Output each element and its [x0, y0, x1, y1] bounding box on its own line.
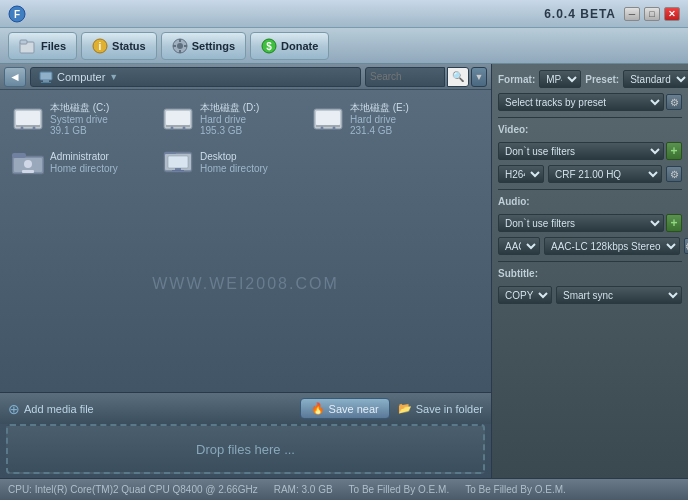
- svg-rect-15: [43, 80, 49, 82]
- audio-filter-row: Don`t use filters +: [498, 214, 682, 232]
- nav-dropdown-indicator: ▼: [109, 72, 118, 82]
- list-item[interactable]: 本地磁盘 (C:) System drive 39.1 GB: [8, 98, 138, 140]
- nav-path: Computer ▼: [30, 67, 361, 87]
- right-panel: Format: MP4 Preset: Standard ⚙ Select tr…: [492, 64, 688, 478]
- file-browser: 本地磁盘 (C:) System drive 39.1 GB: [0, 90, 491, 392]
- svg-text:i: i: [99, 41, 102, 52]
- oem1-status: To Be Filled By O.E.M.: [349, 484, 450, 495]
- divider-2: [498, 189, 682, 190]
- list-item[interactable]: 本地磁盘 (E:) Hard drive 231.4 GB: [308, 98, 438, 140]
- svg-rect-23: [166, 111, 190, 125]
- settings-button[interactable]: Settings: [161, 32, 246, 60]
- svg-rect-9: [179, 50, 181, 53]
- toolbar: Files i Status Settings $ Donate: [0, 28, 688, 64]
- donate-button[interactable]: $ Donate: [250, 32, 329, 60]
- desktop-label: Desktop Home directory: [200, 151, 268, 174]
- settings-label: Settings: [192, 40, 235, 52]
- format-select[interactable]: MP4: [539, 70, 581, 88]
- preset-track-gear-button[interactable]: ⚙: [666, 94, 682, 110]
- save-near-icon: 🔥: [311, 402, 325, 415]
- left-panel: ◄ Computer ▼ 🔍 ▼: [0, 64, 492, 478]
- save-folder-icon: 📂: [398, 402, 412, 415]
- view-options-button[interactable]: ▼: [471, 67, 487, 87]
- svg-point-35: [24, 160, 32, 168]
- nav-back-button[interactable]: ◄: [4, 67, 26, 87]
- status-icon: i: [92, 38, 108, 54]
- minimize-button[interactable]: ─: [624, 7, 640, 21]
- svg-rect-24: [166, 125, 190, 127]
- svg-point-30: [321, 127, 324, 130]
- save-near-button[interactable]: 🔥 Save near: [300, 398, 390, 419]
- drop-zone[interactable]: Drop files here ...: [6, 424, 485, 474]
- add-media-icon: ⊕: [8, 401, 20, 417]
- status-button[interactable]: i Status: [81, 32, 157, 60]
- svg-rect-29: [316, 125, 340, 127]
- video-codec-gear-button[interactable]: ⚙: [666, 166, 682, 182]
- status-bar: CPU: Intel(R) Core(TM)2 Quad CPU Q8400 @…: [0, 478, 688, 500]
- add-media-button[interactable]: ⊕ Add media file: [8, 401, 94, 417]
- svg-rect-40: [168, 156, 188, 168]
- video-quality-select[interactable]: CRF 21.00 HQ: [548, 165, 662, 183]
- list-item[interactable]: 本地磁盘 (D:) Hard drive 195.3 GB: [158, 98, 288, 140]
- svg-rect-33: [12, 153, 26, 158]
- svg-rect-28: [316, 111, 340, 125]
- audio-filter-select[interactable]: Don`t use filters: [498, 214, 664, 232]
- video-filter-row: Don`t use filters +: [498, 142, 682, 160]
- search-button[interactable]: 🔍: [447, 67, 469, 87]
- svg-rect-16: [41, 82, 51, 83]
- svg-rect-18: [16, 111, 40, 125]
- drive-d-icon: [162, 105, 194, 133]
- list-item[interactable]: Desktop Home directory: [158, 144, 288, 180]
- divider-1: [498, 117, 682, 118]
- save-near-label: Save near: [329, 403, 379, 415]
- left-bottom-bar: ⊕ Add media file 🔥 Save near 📂 Save in f…: [0, 392, 491, 424]
- audio-section-header: Audio:: [498, 196, 682, 207]
- drive-e-label: 本地磁盘 (E:) Hard drive 231.4 GB: [350, 102, 409, 136]
- audio-codec-gear-button[interactable]: ⚙: [684, 238, 688, 254]
- svg-rect-41: [175, 168, 181, 170]
- gear-icon-2: ⚙: [670, 97, 679, 108]
- audio-filter-add-button[interactable]: +: [666, 214, 682, 232]
- drive-c-label: 本地磁盘 (C:) System drive 39.1 GB: [50, 102, 109, 136]
- svg-text:$: $: [266, 41, 272, 52]
- maximize-button[interactable]: □: [644, 7, 660, 21]
- save-folder-button[interactable]: 📂 Save in folder: [398, 402, 483, 415]
- search-input[interactable]: [365, 67, 445, 87]
- donate-icon: $: [261, 38, 277, 54]
- files-label: Files: [41, 40, 66, 52]
- subtitle-sync-select[interactable]: Smart sync: [556, 286, 682, 304]
- drive-d-label: 本地磁盘 (D:) Hard drive 195.3 GB: [200, 102, 259, 136]
- subtitle-codec-select[interactable]: COPY: [498, 286, 552, 304]
- cpu-status: CPU: Intel(R) Core(TM)2 Quad CPU Q8400 @…: [8, 484, 258, 495]
- video-codec-select[interactable]: H264: [498, 165, 544, 183]
- main-layout: ◄ Computer ▼ 🔍 ▼: [0, 64, 688, 478]
- list-item[interactable]: Administrator Home directory: [8, 144, 138, 180]
- admin-folder-icon: [12, 148, 44, 176]
- files-button[interactable]: Files: [8, 32, 77, 60]
- folders-row: Administrator Home directory: [8, 144, 483, 180]
- plus-icon-2: +: [670, 216, 677, 230]
- svg-point-20: [21, 127, 24, 130]
- donate-label: Donate: [281, 40, 318, 52]
- preset-select[interactable]: Standard: [623, 70, 688, 88]
- search-icon: 🔍: [452, 71, 464, 82]
- window-controls: ─ □ ✕: [624, 7, 680, 21]
- video-filter-add-button[interactable]: +: [666, 142, 682, 160]
- close-button[interactable]: ✕: [664, 7, 680, 21]
- files-icon: [19, 38, 37, 54]
- svg-text:F: F: [14, 9, 20, 20]
- gear-icon-3: ⚙: [670, 169, 679, 180]
- audio-bitrate-select[interactable]: AAC-LC 128kbps Stereo: [544, 237, 680, 255]
- video-filter-select[interactable]: Don`t use filters: [498, 142, 664, 160]
- svg-rect-3: [20, 40, 27, 44]
- dropdown-arrow-icon: ▼: [475, 72, 484, 82]
- svg-point-21: [33, 127, 36, 130]
- audio-codec-select[interactable]: AAC: [498, 237, 540, 255]
- video-section-header: Video:: [498, 124, 682, 135]
- svg-point-7: [177, 43, 183, 49]
- svg-rect-36: [22, 170, 34, 173]
- preset-track-select[interactable]: Select tracks by preset: [498, 93, 664, 111]
- svg-point-26: [183, 127, 186, 130]
- oem2-status: To Be Filled By O.E.M.: [465, 484, 566, 495]
- svg-rect-14: [40, 72, 52, 80]
